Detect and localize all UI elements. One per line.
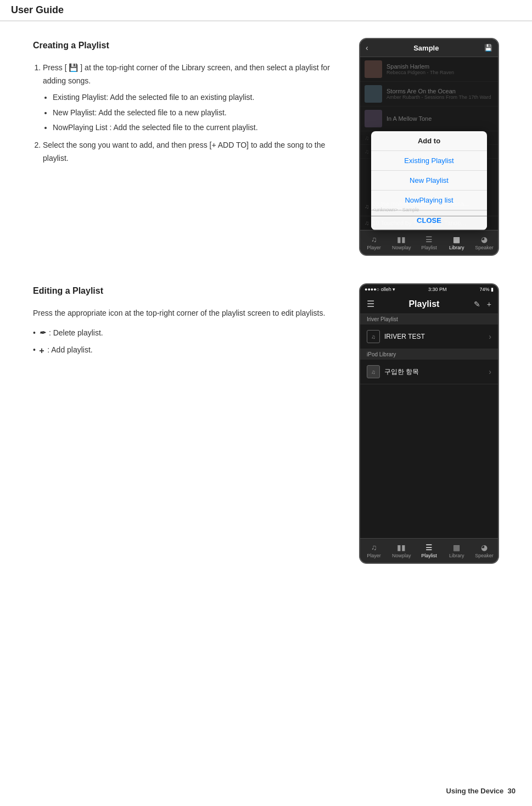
- song-info: 09.the mahler album_Allegro assa... <unk…: [372, 200, 494, 212]
- creating-playlist-text: Creating a Playlist Press [ 💾 ] at the t…: [33, 38, 359, 169]
- player-icon: ♫: [371, 235, 377, 244]
- chevron-right-icon: ›: [489, 367, 491, 376]
- song-list: Spanish Harlem Rebecca Pidgeon - The Rav…: [360, 57, 498, 230]
- bullet-nowplaying: NowPlaying List : Add the selected file …: [53, 121, 348, 135]
- song-item[interactable]: Storms Are On the Ocean Amber Rubarth - …: [360, 82, 498, 107]
- speaker-icon-2: ◕: [481, 543, 488, 552]
- speaker-icon: ◕: [481, 235, 488, 244]
- nav-nowplay[interactable]: ▮▮ Nowplay: [388, 233, 415, 253]
- creating-section-title: Creating a Playlist: [33, 38, 348, 53]
- phone-mockup-1: ‹ Sample 💾 Spanish Harlem Rebecca Pidgeo…: [359, 38, 499, 256]
- empty-space: [360, 384, 498, 538]
- creating-playlist-section: Creating a Playlist Press [ 💾 ] at the t…: [33, 38, 499, 256]
- song-thumb: [365, 85, 382, 103]
- playlist-item-icon: ♫: [367, 330, 380, 343]
- phone2-header: ☰ Playlist ✎ +: [360, 294, 498, 314]
- playlist-section-iriver: Iriver Playlist: [360, 314, 498, 324]
- editing-intro: Press the appropriate icon at the top-ri…: [33, 307, 348, 320]
- song-artist: Amber Rubarth - Sessions From The 17th W…: [387, 94, 494, 100]
- carrier-label: ●●●●○ olleh ▾: [365, 287, 395, 292]
- step-2: Select the song you want to add, and the…: [43, 139, 348, 165]
- library-icon-2: ▦: [453, 543, 460, 552]
- playlist-item-iriver-test[interactable]: ♫ IRIVER TEST ›: [360, 324, 498, 349]
- song-item[interactable]: ♫ 09.the mahler album_Allegro assa... <u…: [360, 197, 498, 216]
- main-content: Creating a Playlist Press [ 💾 ] at the t…: [0, 21, 532, 602]
- song-info: Storms Are On the Ocean Amber Rubarth - …: [387, 88, 494, 100]
- song-info: Spanish Harlem Rebecca Pidgeon - The Rav…: [387, 63, 494, 75]
- song-title: Storms Are On the Ocean: [387, 88, 494, 94]
- bullet-new: New Playlist: Add the selected file to a…: [53, 107, 348, 120]
- song-title: In A Mellow Tone: [387, 115, 494, 122]
- phone-mockup-2: ●●●●○ olleh ▾ 3:30 PM 74% ▮ ☰ Playlist ✎…: [359, 283, 499, 564]
- song-item[interactable]: Spanish Harlem Rebecca Pidgeon - The Rav…: [360, 57, 498, 82]
- phone1-header: ‹ Sample 💾: [360, 39, 498, 57]
- nav-library-2[interactable]: ▦ Library: [443, 541, 471, 561]
- playlist-icon: ☰: [425, 235, 433, 244]
- playlist-section-ipod: iPod Library: [360, 349, 498, 360]
- delete-icon-inline: ✒: [39, 327, 46, 340]
- bullet-add-text: : Add playlist.: [47, 344, 93, 357]
- nav-nowplay-label: Nowplay: [392, 245, 411, 250]
- phone2-header-icons: ✎ +: [474, 300, 491, 309]
- hamburger-icon[interactable]: ☰: [367, 299, 374, 309]
- nav-player-label-2: Player: [367, 553, 381, 558]
- modal-option-new[interactable]: New Playlist: [371, 171, 487, 191]
- playlist-item-icon: ♫: [367, 365, 380, 378]
- editing-section-title: Editing a Playlist: [33, 283, 348, 298]
- song-thumb: [365, 60, 382, 78]
- modal-overlay: ♫ ...s... ♫ ...r...: [360, 131, 498, 197]
- nav-playlist-label-2: Playlist: [421, 553, 437, 558]
- note-icon: ♫: [365, 203, 369, 210]
- library-icon: ▦: [453, 235, 460, 244]
- footer-label: Using the Device: [446, 787, 504, 795]
- edit-icon[interactable]: ✎: [474, 300, 480, 309]
- nav-library[interactable]: ▦ Library: [443, 233, 471, 253]
- editing-playlist-section: Editing a Playlist Press the appropriate…: [33, 283, 499, 586]
- playlist-item-name: 구입한 항목: [384, 367, 419, 377]
- note-icon: ♫: [365, 220, 369, 226]
- time-label: 3:30 PM: [428, 287, 447, 292]
- song-title: Spanish Harlem: [387, 63, 494, 70]
- song-artist: <unknown> - Sample: [372, 207, 494, 212]
- nav-player[interactable]: ♫ Player: [360, 233, 388, 253]
- phone1-save-icon[interactable]: 💾: [484, 44, 492, 52]
- playlist-item-left: ♫ 구입한 항목: [367, 365, 419, 378]
- nowplay-icon: ▮▮: [397, 235, 406, 244]
- modal-option-existing[interactable]: Existing Playlist: [371, 151, 487, 171]
- battery-label: 74% ▮: [479, 287, 494, 292]
- phone2-screen: ●●●●○ olleh ▾ 3:30 PM 74% ▮ ☰ Playlist ✎…: [360, 284, 498, 563]
- phone2-bottom-nav: ♫ Player ▮▮ Nowplay ☰ Playlist ▦: [360, 538, 498, 563]
- playlist-item-name: IRIVER TEST: [384, 333, 425, 340]
- playlist-item-purchased[interactable]: ♫ 구입한 항목 ›: [360, 360, 498, 384]
- page-footer: Using the Device 30: [446, 787, 516, 795]
- bullet-add: • + : Add playlist.: [33, 343, 348, 358]
- nav-speaker[interactable]: ◕ Speaker: [471, 233, 498, 253]
- player-icon-2: ♫: [371, 543, 377, 552]
- song-title: 09.the mahler album_Allegro assa...: [372, 200, 494, 207]
- nav-player-2[interactable]: ♫ Player: [360, 541, 388, 561]
- nav-player-label: Player: [367, 245, 381, 250]
- editing-row: Editing a Playlist Press the appropriate…: [33, 283, 499, 564]
- nav-nowplay-label-2: Nowplay: [392, 553, 411, 558]
- song-info: 10.Touched by Tanao Five Tanoo...: [372, 220, 494, 226]
- nav-speaker-label-2: Speaker: [475, 553, 494, 558]
- bullet-delete: • ✒ : Delete playlist.: [33, 327, 348, 340]
- step-1: Press [ 💾 ] at the top-right corner of t…: [43, 61, 348, 135]
- nav-speaker-2[interactable]: ◕ Speaker: [471, 541, 498, 561]
- nav-playlist[interactable]: ☰ Playlist: [415, 233, 443, 253]
- modal-title: Add to: [371, 131, 487, 151]
- song-title: 10.Touched by Tanao Five Tanoo...: [372, 220, 494, 226]
- playlist-icon-2: ☰: [425, 543, 433, 552]
- nav-nowplay-2[interactable]: ▮▮ Nowplay: [388, 541, 415, 561]
- phone2-title: Playlist: [408, 299, 439, 309]
- song-item[interactable]: ♫ 10.Touched by Tanao Five Tanoo...: [360, 216, 498, 230]
- song-info: In A Mellow Tone: [387, 115, 494, 122]
- page-title: User Guide: [11, 4, 64, 15]
- song-thumb: [365, 110, 382, 127]
- song-item[interactable]: In A Mellow Tone: [360, 107, 498, 131]
- nav-library-label-2: Library: [449, 553, 464, 558]
- nav-playlist-2[interactable]: ☰ Playlist: [415, 541, 443, 561]
- add-icon[interactable]: +: [487, 300, 491, 309]
- editing-playlist-text: Editing a Playlist Press the appropriate…: [33, 283, 359, 361]
- phone1-screen: ‹ Sample 💾 Spanish Harlem Rebecca Pidgeo…: [360, 39, 498, 255]
